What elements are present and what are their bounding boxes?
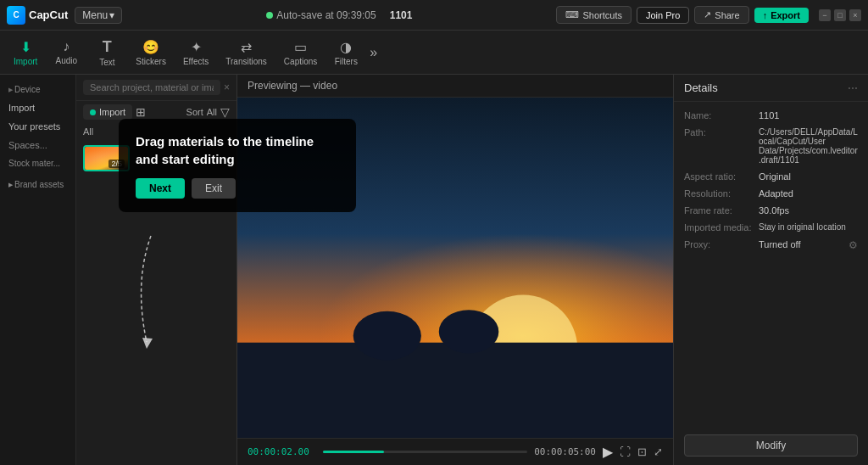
nav-stock[interactable]: Stock mater... [3, 155, 72, 171]
tooltip-overlay: Drag materials to the timeline and start… [119, 119, 356, 212]
nav-spaces[interactable]: Spaces... [3, 137, 72, 154]
audio-label: Audio [56, 56, 78, 65]
close-button[interactable]: × [849, 9, 861, 21]
detail-resolution-value: Adapted [759, 188, 793, 199]
top-bar: C CapCut Menu ▾ Auto-save at 09:39:05 11… [0, 0, 868, 31]
tool-import[interactable]: ⬇ Import [7, 36, 44, 70]
export-icon: ↑ [763, 10, 768, 20]
text-label: Text [99, 58, 114, 67]
autosave-dot [266, 12, 273, 19]
zoom-icon[interactable]: ⤢ [654, 445, 663, 458]
tooltip-buttons: Next Exit [136, 178, 339, 199]
detail-proxy-value: Turned off [759, 239, 801, 251]
toolbar: ⬇ Import ♪ Audio T Text 😊 Stickers ✦ Eff… [0, 31, 868, 75]
captions-label: Captions [284, 57, 317, 66]
shortcuts-icon: ⌨ [565, 9, 579, 20]
nav-import[interactable]: Import [3, 99, 72, 116]
media-sidebar: Device Import Your presets Spaces... Sto… [0, 75, 76, 465]
tool-transitions[interactable]: ⇄ Transitions [219, 36, 274, 70]
tool-stickers[interactable]: 😊 Stickers [129, 36, 173, 70]
stickers-label: Stickers [136, 57, 166, 66]
title-center: Auto-save at 09:39:05 1101 [129, 9, 549, 21]
progress-bar[interactable] [323, 451, 527, 453]
join-pro-button[interactable]: Join Pro [637, 7, 689, 24]
details-header: Details ⋯ [674, 75, 868, 102]
detail-path-value: C:/Users/DELL/AppData/Local/CapCut/User … [759, 127, 858, 165]
detail-path-label: Path: [684, 127, 752, 165]
top-right-buttons: ⌨ Shortcuts Join Pro ↗ Share ↑ Export − … [556, 6, 861, 24]
svg-point-5 [439, 310, 499, 353]
tooltip-next-button[interactable]: Next [136, 178, 185, 199]
brand-assets-label: Brand assets [14, 180, 64, 189]
tool-audio[interactable]: ♪ Audio [47, 36, 85, 69]
detail-name-value: 1101 [759, 110, 779, 120]
captions-icon: ▭ [294, 39, 307, 55]
play-button[interactable]: ▶ [603, 444, 613, 460]
toolbar-more-icon[interactable]: » [370, 45, 377, 60]
shortcuts-button[interactable]: ⌨ Shortcuts [556, 6, 631, 24]
tool-captions[interactable]: ▭ Captions [277, 36, 324, 70]
detail-imported-label: Imported media: [684, 222, 752, 232]
detail-proxy-label: Proxy: [684, 239, 752, 251]
brand-assets-nav[interactable]: ▶ Brand assets [3, 176, 72, 193]
filter-button[interactable]: ▽ [220, 105, 230, 119]
svg-rect-3 [237, 343, 673, 438]
detail-resolution-label: Resolution: [684, 188, 752, 199]
search-input[interactable] [83, 80, 220, 95]
details-more-icon[interactable]: ⋯ [848, 82, 858, 94]
search-bar: × [76, 75, 236, 101]
share-button[interactable]: ↗ Share [694, 6, 748, 24]
detail-path: Path: C:/Users/DELL/AppData/Local/CapCut… [684, 127, 858, 165]
detail-aspect-label: Aspect ratio: [684, 171, 752, 182]
export-button[interactable]: ↑ Export [754, 8, 809, 23]
search-clear-icon[interactable]: × [224, 81, 230, 93]
minimize-button[interactable]: − [819, 9, 831, 21]
tool-effects[interactable]: ✦ Effects [176, 36, 215, 70]
project-name: 1101 [390, 9, 413, 21]
modify-button[interactable]: Modify [684, 434, 858, 457]
tool-filters[interactable]: ◑ Filters [327, 36, 364, 70]
right-panel: Details ⋯ Name: 1101 Path: C:/Users/DELL… [673, 75, 868, 465]
window-controls: − □ × [819, 9, 861, 21]
time-total: 00:00:05:00 [534, 446, 596, 457]
transitions-icon: ⇄ [241, 39, 252, 55]
effects-label: Effects [183, 57, 209, 66]
maximize-button[interactable]: □ [834, 9, 846, 21]
proxy-settings-icon[interactable]: ⚙ [849, 239, 858, 251]
sort-button[interactable]: Sort [186, 107, 203, 117]
details-body: Name: 1101 Path: C:/Users/DELL/AppData/L… [674, 102, 868, 429]
menu-button[interactable]: Menu ▾ [75, 7, 122, 24]
tool-text[interactable]: T Text [88, 35, 125, 70]
svg-point-4 [353, 311, 421, 361]
share-icon: ↗ [704, 9, 711, 20]
detail-resolution: Resolution: Adapted [684, 188, 858, 199]
detail-name: Name: 1101 [684, 110, 858, 120]
detail-imported-value: Stay in original location [759, 222, 846, 232]
import-icon: ⬇ [20, 39, 31, 55]
detail-framerate-label: Frame rate: [684, 205, 752, 216]
filters-label: Filters [335, 57, 358, 66]
fit-icon[interactable]: ⊡ [637, 445, 647, 458]
detail-imported: Imported media: Stay in original locatio… [684, 222, 858, 232]
logo-text: CapCut [29, 8, 68, 21]
device-section: Device [3, 81, 72, 98]
progress-fill [323, 451, 384, 453]
transitions-label: Transitions [225, 57, 267, 66]
grid-view-button[interactable]: ⊞ [136, 105, 146, 119]
logo-icon: C [7, 6, 25, 25]
fullscreen-icon[interactable]: ⛶ [620, 445, 631, 458]
all-filter-button[interactable]: All [207, 107, 217, 117]
import-button[interactable]: Import [83, 104, 132, 120]
detail-framerate: Frame rate: 30.0fps [684, 205, 858, 216]
nav-presets[interactable]: Your presets [3, 118, 72, 135]
detail-framerate-value: 30.0fps [759, 205, 789, 216]
effects-icon: ✦ [191, 39, 202, 55]
stickers-icon: 😊 [142, 39, 159, 55]
import-label: Import [14, 57, 37, 66]
text-icon: T [103, 38, 112, 56]
detail-name-label: Name: [684, 110, 752, 120]
tooltip-exit-button[interactable]: Exit [192, 178, 236, 199]
detail-aspect: Aspect ratio: Original [684, 171, 858, 182]
app-logo: C CapCut [7, 6, 68, 25]
time-current: 00:00:02.00 [248, 446, 309, 457]
